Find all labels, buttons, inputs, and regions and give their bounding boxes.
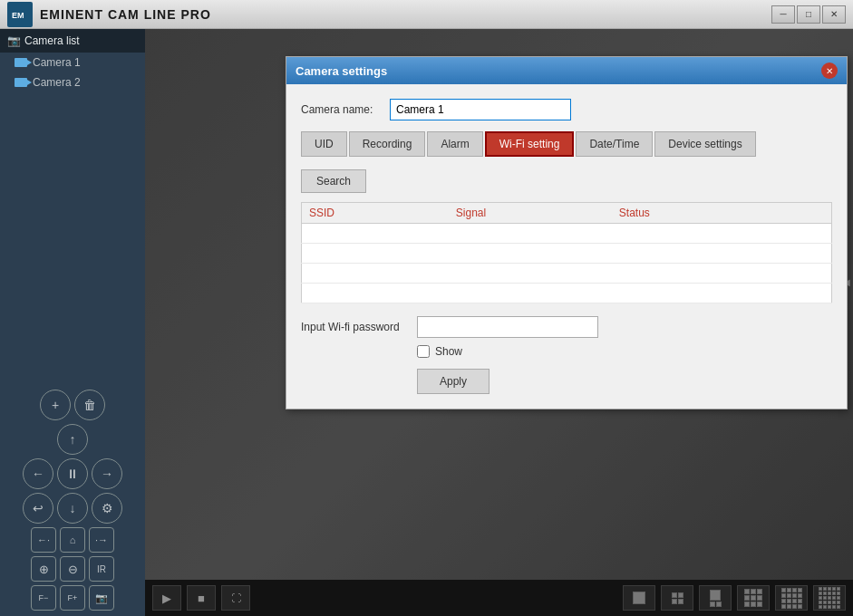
tab-datetime[interactable]: Date/Time xyxy=(576,131,653,157)
sidebar-header-label: Camera list xyxy=(24,34,80,47)
pan-up-button[interactable]: ↑ xyxy=(57,424,88,455)
close-button[interactable]: ✕ xyxy=(822,5,846,24)
minimize-button[interactable]: ─ xyxy=(771,5,795,24)
password-input[interactable] xyxy=(417,316,598,338)
search-button[interactable]: Search xyxy=(301,169,366,193)
home-button[interactable]: ⌂ xyxy=(60,527,85,553)
col-ssid: SSID xyxy=(302,203,449,224)
app-logo: EM xyxy=(7,2,33,27)
wifi-action-1 xyxy=(777,224,831,244)
camera2-icon xyxy=(15,78,27,87)
wifi-ssid-3 xyxy=(302,264,449,284)
camera2-label: Camera 2 xyxy=(33,76,81,89)
password-row: Input Wi-fi password xyxy=(301,316,832,338)
title-bar: EM EMINENT CAM LINE PRO ─ □ ✕ xyxy=(0,0,853,29)
wifi-status-4 xyxy=(612,284,777,303)
delete-camera-button[interactable]: 🗑 xyxy=(74,390,105,420)
tab-alarm[interactable]: Alarm xyxy=(427,131,482,157)
right-area: admin [01:23:26] CPU: 31% MEM: 45% 6-06-… xyxy=(145,29,853,616)
sidebar-item-camera2[interactable]: Camera 2 xyxy=(0,72,145,92)
title-bar-left: EM EMINENT CAM LINE PRO xyxy=(7,2,211,27)
wifi-table: SSID Signal Status xyxy=(301,202,832,303)
back-button[interactable]: ↩ xyxy=(23,493,53,524)
col-signal: Signal xyxy=(449,203,612,224)
window-controls: ─ □ ✕ xyxy=(771,5,846,24)
tab-device[interactable]: Device settings xyxy=(654,131,755,157)
toolbar-row-1: + 🗑 xyxy=(5,390,140,420)
ir-button[interactable]: IR xyxy=(89,556,114,582)
dialog-close-button[interactable]: ✕ xyxy=(821,63,838,79)
apply-button[interactable]: Apply xyxy=(417,369,490,394)
focus-minus-button[interactable]: F− xyxy=(31,585,56,611)
toolbar-row-6: ⊕ ⊖ IR xyxy=(5,556,140,582)
show-row: Show xyxy=(417,345,832,358)
camera-name-row: Camera name: xyxy=(301,99,832,120)
wifi-signal-3 xyxy=(449,264,612,284)
toolbar-row-3: ← ⏸ → xyxy=(5,458,140,489)
dialog-titlebar: Camera settings ✕ xyxy=(286,57,847,84)
arrow-right-button[interactable]: ·→ xyxy=(89,527,114,553)
camera1-label: Camera 1 xyxy=(33,56,81,69)
tab-wifi[interactable]: Wi-Fi setting xyxy=(485,131,575,157)
pan-down-button[interactable]: ↓ xyxy=(57,493,88,524)
main-content: 📷 Camera list Camera 1 Camera 2 + 🗑 ↑ xyxy=(0,29,853,616)
dialog-title: Camera settings xyxy=(296,64,387,78)
tab-uid[interactable]: UID xyxy=(301,131,347,157)
settings-button[interactable]: ⚙ xyxy=(92,493,122,524)
snapshot-button[interactable]: 📷 xyxy=(89,585,114,611)
show-password-label: Show xyxy=(435,345,462,358)
tab-recording[interactable]: Recording xyxy=(349,131,426,157)
app-title: EMINENT CAM LINE PRO xyxy=(40,7,211,22)
toolbar-row-2: ↑ xyxy=(5,424,140,455)
wifi-ssid-4 xyxy=(302,284,449,303)
add-camera-button[interactable]: + xyxy=(40,390,71,420)
camera-settings-dialog: Camera settings ✕ Camera name: UID Recor… xyxy=(286,56,848,409)
pause-button[interactable]: ⏸ xyxy=(57,458,88,489)
svg-text:EM: EM xyxy=(12,11,24,20)
camera-name-label: Camera name: xyxy=(301,103,383,116)
zoom-out-button[interactable]: ⊖ xyxy=(60,556,85,582)
wifi-row-3 xyxy=(302,264,832,284)
wifi-signal-1 xyxy=(449,224,612,244)
toolbar-row-5: ←· ⌂ ·→ xyxy=(5,527,140,553)
wifi-status-1 xyxy=(612,224,777,244)
tabs-row: UID Recording Alarm Wi-Fi setting Date/T… xyxy=(301,131,832,157)
show-password-checkbox[interactable] xyxy=(417,345,430,358)
toolbar-row-7: F− F+ 📷 xyxy=(5,585,140,611)
zoom-in-button[interactable]: ⊕ xyxy=(31,556,56,582)
camera-list-icon: 📷 xyxy=(7,34,21,47)
camera1-icon xyxy=(15,58,27,67)
wifi-status-2 xyxy=(612,244,777,264)
col-action xyxy=(777,203,831,224)
toolbar-row-4: ↩ ↓ ⚙ xyxy=(5,493,140,524)
dialog-content: Camera name: UID Recording Alarm Wi-Fi s… xyxy=(286,84,847,409)
modal-overlay: Camera settings ✕ Camera name: UID Recor… xyxy=(145,29,853,616)
focus-plus-button[interactable]: F+ xyxy=(60,585,85,611)
col-status: Status xyxy=(612,203,777,224)
arrow-left-button[interactable]: ←· xyxy=(31,527,56,553)
pan-right-button[interactable]: → xyxy=(92,458,122,489)
restore-button[interactable]: □ xyxy=(797,5,820,24)
wifi-row-4 xyxy=(302,284,832,303)
sidebar-item-camera1[interactable]: Camera 1 xyxy=(0,53,145,72)
wifi-row-1 xyxy=(302,224,832,244)
sidebar-header: 📷 Camera list xyxy=(0,29,145,53)
wifi-signal-2 xyxy=(449,244,612,264)
wifi-action-4 xyxy=(777,284,831,303)
wifi-action-2 xyxy=(777,244,831,264)
wifi-status-3 xyxy=(612,264,777,284)
wifi-ssid-2 xyxy=(302,244,449,264)
pan-left-button[interactable]: ← xyxy=(23,458,53,489)
wifi-action-3 xyxy=(777,264,831,284)
password-label: Input Wi-fi password xyxy=(301,321,410,333)
wifi-row-2 xyxy=(302,244,832,264)
camera-name-input[interactable] xyxy=(390,99,571,120)
wifi-signal-4 xyxy=(449,284,612,303)
sidebar: 📷 Camera list Camera 1 Camera 2 + 🗑 ↑ xyxy=(0,29,145,616)
wifi-ssid-1 xyxy=(302,224,449,244)
